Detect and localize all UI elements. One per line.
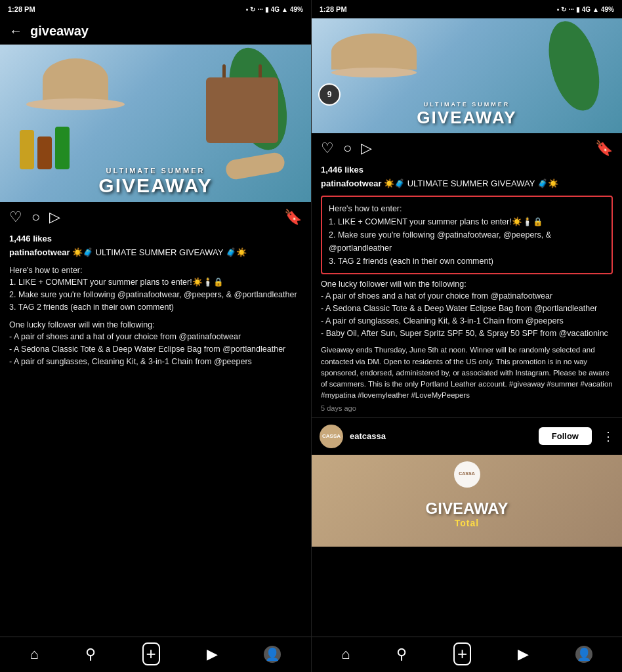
nav-profile-right[interactable]: 👤 (575, 646, 592, 663)
post-content-left: 1,446 likes patinafootwear ☀️🧳 ULTIMATE … (0, 232, 311, 637)
bottom-nav-right: ⌂ ⚲ + ▶ 👤 (312, 637, 622, 672)
add-icon-left[interactable]: + (142, 642, 160, 665)
ultimate-summer-label: ULTIMATE SUMMER (0, 167, 311, 175)
nav-reels-left[interactable]: ▶ (207, 646, 218, 663)
post-image-right: 9 ULTIMATE SUMMER GIVEAWAY (312, 18, 622, 133)
next-giveaway-text: GIVEAWAY (426, 499, 508, 518)
legal-text-right: Giveaway ends Thursday, June 5th at noon… (321, 345, 613, 401)
share-icon[interactable]: ▷ (49, 209, 60, 226)
commenter-username[interactable]: eatcassa (350, 431, 532, 441)
more-options-icon[interactable]: ⋮ (602, 429, 614, 444)
prize-text-right: One lucky follower will win the followin… (321, 278, 613, 340)
caption-right: patinafootwear ☀️🧳 ULTIMATE SUMMER GIVEA… (321, 177, 613, 190)
entry-box: Here's how to enter: 1. LIKE + COMMENT y… (321, 196, 613, 274)
nav-search-left[interactable]: ⚲ (85, 646, 96, 663)
comment-icon-right[interactable]: ○ (343, 140, 352, 157)
likes-count-right: 1,446 likes (321, 165, 613, 175)
home-icon-left[interactable]: ⌂ (30, 646, 38, 663)
likes-count: 1,446 likes (9, 234, 302, 243)
bottle-3 (55, 127, 70, 169)
right-giveaway-title: GIVEAWAY (312, 108, 622, 128)
nav-home-right[interactable]: ⌂ (341, 646, 350, 663)
nav-search-right[interactable]: ⚲ (396, 646, 407, 663)
status-bar-left: 1:28 PM ▪ ↻ ··· ▮ 4G ▲ 49% (0, 0, 311, 18)
bag-body (206, 77, 278, 143)
comment-icon[interactable]: ○ (31, 209, 40, 226)
dots-icon-right: ··· (568, 6, 573, 13)
battery-icon: 49% (290, 6, 303, 13)
time-left: 1:28 PM (8, 5, 35, 13)
nav-profile-left[interactable]: 👤 (264, 646, 281, 663)
like-icon[interactable]: ♡ (9, 209, 22, 226)
search-icon-left[interactable]: ⚲ (85, 646, 96, 663)
page-title: giveaway (30, 24, 89, 39)
signal-icon: 4G (271, 6, 280, 13)
caption-headline-right: ☀️🧳 ULTIMATE SUMMER GIVEAWAY 🧳☀️ (384, 178, 558, 188)
nav-add-right[interactable]: + (453, 642, 471, 665)
right-panel: 1:28 PM ▪ ↻ ··· ▮ 4G ▲ 49% 9 ULTIMATE SU… (311, 0, 622, 672)
caption-left: patinafootwear ☀️🧳 ULTIMATE SUMMER GIVEA… (9, 246, 302, 259)
status-time-right: 1:28 PM (320, 5, 347, 13)
hat-brim (26, 98, 125, 110)
right-image-overlay: ULTIMATE SUMMER GIVEAWAY (312, 101, 622, 128)
sync-icon-right: ↻ (561, 6, 566, 13)
entry-text-left: Here's how to enter: 1. LIKE + COMMENT y… (9, 264, 302, 314)
search-icon-right[interactable]: ⚲ (396, 646, 407, 663)
username-right[interactable]: patinafootwear (321, 178, 381, 188)
scrollable-content-right: 1,446 likes patinafootwear ☀️🧳 ULTIMATE … (312, 163, 622, 637)
nav-add-left[interactable]: + (142, 642, 160, 665)
network-icon-right: ▲ (592, 6, 599, 13)
status-icons-right: ▪ ↻ ··· ▮ 4G ▲ 49% (557, 6, 614, 13)
time-right: 1:28 PM (320, 5, 347, 13)
post-image-left: ULTIMATE SUMMER GIVEAWAY (0, 45, 311, 202)
bottle-1 (20, 130, 34, 169)
status-bar-right: 1:28 PM ▪ ↻ ··· ▮ 4G ▲ 49% (312, 0, 622, 18)
comment-row: CASSA eatcassa Follow ⋮ (312, 417, 622, 455)
avatar-label: CASSA (322, 433, 341, 439)
follow-button[interactable]: Follow (539, 427, 592, 445)
reels-icon-right[interactable]: ▶ (518, 646, 529, 663)
post-actions-left: ♡ ○ ▷ 🔖 (0, 202, 311, 232)
home-icon-right[interactable]: ⌂ (341, 646, 350, 663)
volume-icon-right: ▮ (576, 6, 580, 13)
share-icon-right[interactable]: ▷ (361, 140, 372, 157)
image-overlay-text: ULTIMATE SUMMER GIVEAWAY (0, 167, 311, 197)
add-icon-right[interactable]: + (453, 642, 471, 665)
hat-crown (43, 58, 108, 101)
network-icon: ▲ (281, 6, 288, 13)
nav-bar-left: ← giveaway (0, 18, 311, 45)
action-icons-right: ♡ ○ ▷ (321, 140, 595, 157)
sync-icon: ↻ (250, 6, 255, 13)
cassa-logo: CASSA (454, 461, 480, 488)
status-icons-left: ▪ ↻ ··· ▮ 4G ▲ 49% (246, 6, 303, 13)
like-icon-right[interactable]: ♡ (321, 140, 334, 157)
left-panel: 1:28 PM ▪ ↻ ··· ▮ 4G ▲ 49% ← giveaway (0, 0, 311, 672)
status-time-left: 1:28 PM (8, 5, 35, 13)
hat-decoration (26, 58, 125, 110)
notification-icon: ▪ (246, 6, 249, 13)
nav-home-left[interactable]: ⌂ (30, 646, 38, 663)
action-icons-left: ♡ ○ ▷ (9, 209, 284, 226)
prize-text-left: One lucky follower will win the followin… (9, 319, 302, 368)
reels-icon-left[interactable]: ▶ (207, 646, 218, 663)
giveaway-title-label: GIVEAWAY (0, 175, 311, 197)
hat-decoration-right (331, 32, 417, 77)
notification-icon-right: ▪ (557, 6, 560, 13)
post-actions-right: ♡ ○ ▷ 🔖 (312, 133, 622, 163)
profile-icon-left[interactable]: 👤 (264, 646, 281, 663)
username-left[interactable]: patinafootwear (9, 247, 70, 257)
nav-reels-right[interactable]: ▶ (518, 646, 529, 663)
back-button[interactable]: ← (9, 24, 22, 39)
dots-icon: ··· (257, 6, 262, 13)
bookmark-icon-right[interactable]: 🔖 (595, 140, 613, 157)
profile-icon-right[interactable]: 👤 (575, 646, 592, 663)
bookmark-icon[interactable]: 🔖 (284, 209, 302, 226)
signal-icon-right: 4G (582, 6, 591, 13)
battery-icon-right: 49% (601, 6, 614, 13)
time-ago: 5 days ago (321, 404, 613, 412)
post-content-right: 1,446 likes patinafootwear ☀️🧳 ULTIMATE … (312, 163, 622, 417)
right-ultimate-label: ULTIMATE SUMMER (312, 101, 622, 108)
volume-icon: ▮ (265, 6, 269, 13)
next-total-text: Total (455, 518, 479, 528)
bottles-decoration (20, 127, 70, 169)
